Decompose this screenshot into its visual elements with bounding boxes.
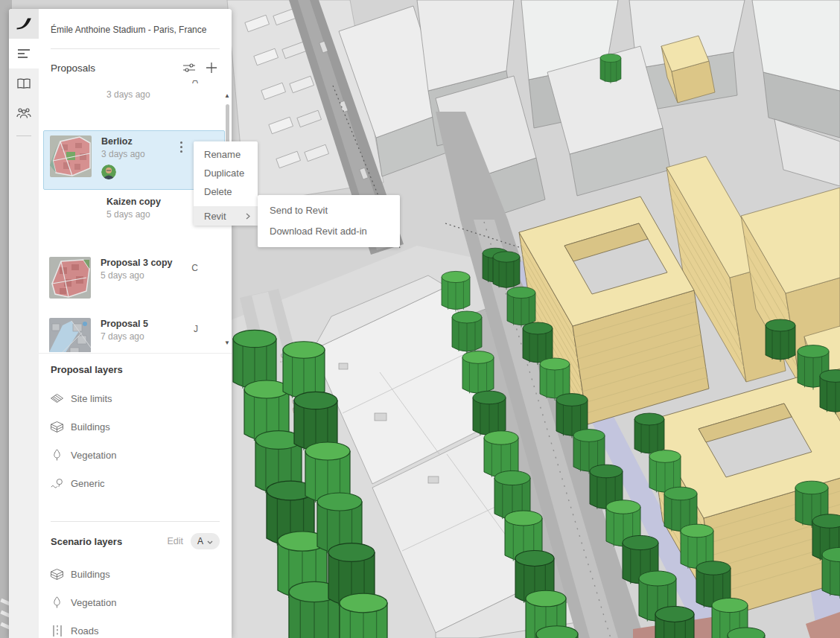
icon-rail bbox=[9, 9, 39, 638]
layer-vegetation[interactable]: Vegetation bbox=[51, 441, 220, 469]
layer-label: Generic bbox=[71, 478, 105, 489]
submenu-item-send-to-revit[interactable]: Send to Revit bbox=[258, 200, 400, 221]
forma-logo[interactable] bbox=[9, 9, 39, 39]
proposal-thumbnail bbox=[49, 257, 91, 299]
layer-label: Roads bbox=[71, 625, 99, 637]
people-icon bbox=[16, 107, 31, 119]
list-item[interactable]: Narbonne 3 days ago A bbox=[43, 46, 225, 106]
panel-content: Émile Anthoine Stadium - Paris, France P… bbox=[39, 9, 232, 638]
sidebar-item-library[interactable] bbox=[9, 68, 39, 98]
scroll-up-arrow[interactable]: ▲ bbox=[223, 92, 231, 100]
avatar bbox=[101, 165, 116, 179]
rail-divider bbox=[16, 135, 31, 136]
chevron-right-icon bbox=[246, 212, 250, 221]
owner-badge: C bbox=[191, 263, 198, 273]
proposal-layers-title: Proposal layers bbox=[51, 364, 220, 375]
scenario-layer-buildings[interactable]: Buildings bbox=[51, 560, 220, 588]
layer-label: Vegetation bbox=[71, 597, 116, 608]
edit-scenario-button[interactable]: Edit bbox=[167, 536, 183, 546]
menu-item-delete[interactable]: Delete bbox=[194, 182, 258, 201]
revit-label: Revit bbox=[204, 211, 246, 222]
menu-item-duplicate[interactable]: Duplicate bbox=[194, 164, 258, 182]
layer-label: Buildings bbox=[71, 569, 110, 580]
site-limits-icon bbox=[51, 392, 63, 405]
scroll-down-arrow[interactable]: ▼ bbox=[223, 339, 231, 347]
list-item[interactable]: Proposal 3 copy 5 days ago C bbox=[43, 252, 225, 312]
vegetation-icon bbox=[51, 449, 63, 462]
library-book-icon bbox=[17, 78, 31, 89]
scenario-selector[interactable]: A bbox=[191, 533, 220, 549]
list-item[interactable]: Proposal 5 7 days ago J bbox=[43, 313, 225, 352]
menu-separator bbox=[194, 201, 258, 207]
section-divider bbox=[51, 521, 220, 522]
buildings-icon bbox=[51, 421, 63, 433]
proposal-context-menu: Rename Duplicate Delete Revit bbox=[194, 141, 258, 226]
proposal-thumbnail bbox=[49, 318, 91, 352]
layer-label: Buildings bbox=[71, 421, 110, 433]
proposals-list-icon bbox=[18, 48, 30, 59]
proposal-time: 7 days ago bbox=[101, 331, 225, 342]
scenario-layers-title: Scenario layers bbox=[51, 536, 167, 547]
layer-label: Site limits bbox=[71, 393, 112, 404]
scenario-layer-vegetation[interactable]: Vegetation bbox=[51, 588, 220, 616]
revit-submenu: Send to Revit Download Revit add-in bbox=[258, 195, 400, 247]
layer-site-limits[interactable]: Site limits bbox=[51, 384, 220, 412]
sidebar-item-collaboration[interactable] bbox=[9, 98, 39, 128]
project-title: Émile Anthoine Stadium - Paris, France bbox=[39, 9, 232, 35]
proposal-title: Proposal 5 bbox=[101, 318, 225, 330]
submenu-item-download-revit-addin[interactable]: Download Revit add-in bbox=[258, 221, 400, 242]
chevron-down-icon bbox=[207, 536, 213, 546]
layer-buildings[interactable]: Buildings bbox=[51, 412, 220, 441]
generic-icon bbox=[51, 477, 63, 490]
menu-item-rename[interactable]: Rename bbox=[194, 145, 258, 164]
proposal-title: Proposal 3 copy bbox=[101, 257, 225, 269]
menu-item-revit[interactable]: Revit bbox=[194, 207, 258, 226]
left-panel: Émile Anthoine Stadium - Paris, France P… bbox=[9, 9, 232, 638]
buildings-icon bbox=[51, 568, 63, 581]
layer-label: Vegetation bbox=[71, 450, 116, 461]
vegetation-icon bbox=[51, 596, 63, 609]
forma-logo-icon bbox=[16, 16, 32, 32]
scenario-value: A bbox=[197, 536, 203, 546]
owner-badge: A bbox=[192, 80, 198, 85]
layer-generic[interactable]: Generic bbox=[51, 469, 220, 497]
proposal-thumbnail bbox=[50, 135, 92, 177]
kebab-icon bbox=[180, 141, 182, 153]
sidebar-item-proposals[interactable] bbox=[9, 39, 39, 68]
proposal-time: 5 days ago bbox=[101, 269, 225, 281]
owner-badge: J bbox=[194, 324, 198, 334]
proposal-kebab-menu[interactable] bbox=[175, 140, 187, 153]
scenario-layer-roads[interactable]: Roads bbox=[51, 616, 220, 638]
roads-icon bbox=[51, 625, 63, 637]
